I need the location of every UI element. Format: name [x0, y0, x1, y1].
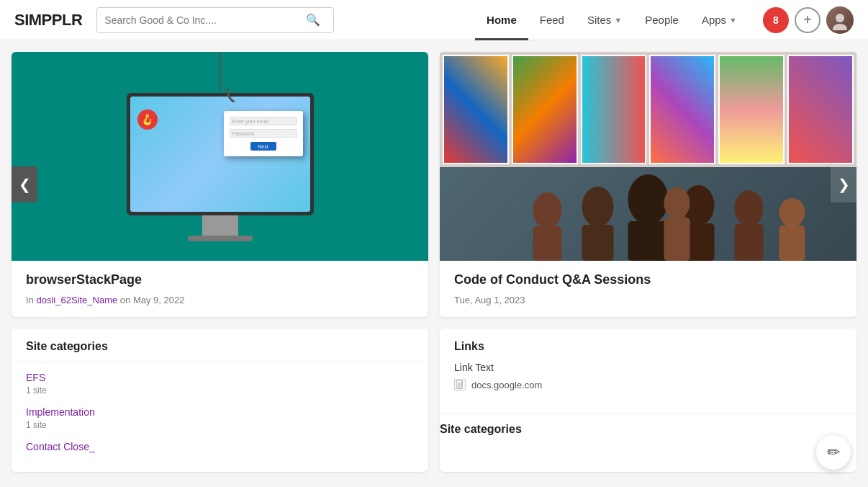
art-1 [443, 55, 509, 164]
svg-rect-3 [628, 221, 669, 261]
link-item-docs[interactable]: docs.google.com [454, 379, 842, 390]
nav-label-sites: Sites [587, 14, 611, 26]
people-silhouettes [440, 156, 856, 261]
site-categories-card: Site categories EFS 1 site Implementatio… [12, 329, 428, 472]
links-header: Links [440, 329, 856, 362]
nav-item-feed[interactable]: Feed [528, 0, 576, 40]
art-5 [718, 55, 785, 164]
notification-count: 8 [773, 14, 779, 26]
nav-label-apps: Apps [702, 14, 726, 26]
site-categories-body: EFS 1 site Implementation 1 site Contact… [12, 362, 428, 472]
links-body: Link Text docs.google.com [440, 362, 856, 402]
svg-rect-7 [533, 226, 562, 261]
chevron-left-icon: ❮ [19, 176, 31, 193]
svg-point-1 [833, 24, 847, 30]
password-field-mock: Password [230, 129, 297, 138]
right-card-image [440, 52, 856, 261]
site-name-link[interactable]: dosli_62Site_Name [36, 295, 117, 305]
svg-rect-5 [582, 225, 614, 261]
secondary-site-categories: Site categories [440, 414, 856, 442]
link-url: docs.google.com [471, 380, 542, 390]
links-card: Links Link Text docs.google.com Site cat… [440, 329, 856, 472]
left-card-image: Enter your email Password Next 🪝 [12, 52, 428, 261]
monitor-screen: Enter your email Password Next 🪝 [130, 97, 310, 212]
nav-label-people: People [645, 14, 679, 26]
chevron-down-icon: ▼ [614, 16, 622, 24]
nav-item-sites[interactable]: Sites ▼ [576, 0, 633, 40]
left-carousel-card: Enter your email Password Next 🪝 ❮ brows… [12, 52, 428, 317]
category-count-efs: 1 site [26, 385, 414, 396]
svg-rect-13 [664, 218, 690, 261]
people-group [440, 156, 856, 261]
category-item-contact: Contact Close_ [26, 440, 414, 453]
art-2 [512, 55, 578, 164]
left-card-body: browserStackPage In dosli_62Site_Name on… [12, 261, 428, 317]
add-icon: + [803, 12, 812, 28]
nav-item-apps[interactable]: Apps ▼ [690, 0, 749, 40]
nav-item-home[interactable]: Home [475, 0, 528, 40]
nav-label-home: Home [487, 14, 517, 26]
nav-label-feed: Feed [540, 14, 564, 26]
svg-rect-16 [456, 380, 462, 388]
edit-icon: ✏ [827, 443, 840, 462]
email-field-mock: Enter your email [230, 117, 297, 125]
user-silhouette-icon [830, 10, 850, 30]
category-count-implementation: 1 site [26, 420, 414, 430]
bottom-section: Site categories EFS 1 site Implementatio… [0, 329, 868, 483]
meta-suffix: on May 9, 2022 [117, 295, 184, 305]
monitor-illustration: Enter your email Password Next 🪝 [127, 93, 314, 241]
next-button-mock: Next [250, 142, 276, 151]
logo: SIMPPLR [14, 11, 82, 30]
left-card-meta: In dosli_62Site_Name on May 9, 2022 [26, 295, 414, 305]
search-bar[interactable]: 🔍 [96, 7, 334, 33]
header: SIMPPLR 🔍 Home Feed Sites ▼ People Apps … [0, 0, 868, 40]
category-item-implementation: Implementation 1 site [26, 406, 414, 430]
svg-point-4 [582, 187, 614, 227]
meta-prefix: In [26, 295, 36, 305]
main-content: Enter your email Password Next 🪝 ❮ brows… [0, 40, 868, 329]
carousel-next-button[interactable]: ❯ [831, 166, 856, 202]
right-card-title: Code of Conduct Q&A Sessions [454, 272, 842, 287]
art-6 [787, 55, 854, 164]
add-button[interactable]: + [795, 7, 820, 33]
category-item-efs: EFS 1 site [26, 371, 414, 396]
right-card-date: Tue, Aug 1, 2023 [454, 295, 842, 305]
carousel-prev-button[interactable]: ❮ [12, 166, 37, 202]
svg-point-14 [779, 198, 805, 227]
art-4 [649, 55, 715, 164]
chevron-right-icon: ❯ [838, 176, 850, 193]
avatar[interactable] [826, 6, 854, 34]
svg-rect-11 [735, 224, 764, 261]
main-nav: Home Feed Sites ▼ People Apps ▼ [475, 0, 749, 40]
phish-logo: 🪝 [137, 110, 158, 130]
category-link-contact[interactable]: Contact Close_ [26, 441, 95, 452]
fab-button[interactable]: ✏ [816, 435, 851, 470]
link-group-title: Link Text [454, 362, 842, 373]
search-icon: 🔍 [306, 13, 320, 27]
art-wall [440, 52, 856, 167]
secondary-site-categories-header: Site categories [440, 423, 856, 442]
svg-point-0 [836, 14, 844, 22]
search-input[interactable] [104, 14, 306, 26]
left-card-title: browserStackPage [26, 272, 414, 287]
notification-badge[interactable]: 8 [763, 7, 789, 33]
hook-curve [220, 88, 235, 105]
svg-point-2 [628, 174, 669, 225]
svg-point-12 [664, 187, 690, 219]
avatar-image [826, 6, 854, 34]
right-carousel-card: ❯ Code of Conduct Q&A Sessions Tue, Aug … [440, 52, 856, 317]
category-link-implementation[interactable]: Implementation [26, 406, 95, 418]
category-link-efs[interactable]: EFS [26, 372, 45, 383]
svg-point-6 [533, 192, 562, 228]
site-categories-header: Site categories [12, 329, 428, 362]
hook-line [220, 52, 221, 91]
document-icon [456, 380, 464, 389]
right-card-body: Code of Conduct Q&A Sessions Tue, Aug 1,… [440, 261, 856, 317]
monitor-stand [202, 215, 238, 236]
art-3 [581, 55, 647, 164]
monitor-base [188, 236, 253, 241]
link-doc-icon [454, 379, 466, 390]
svg-rect-15 [779, 225, 805, 261]
nav-item-people[interactable]: People [633, 0, 690, 40]
chevron-down-icon-apps: ▼ [729, 16, 737, 24]
